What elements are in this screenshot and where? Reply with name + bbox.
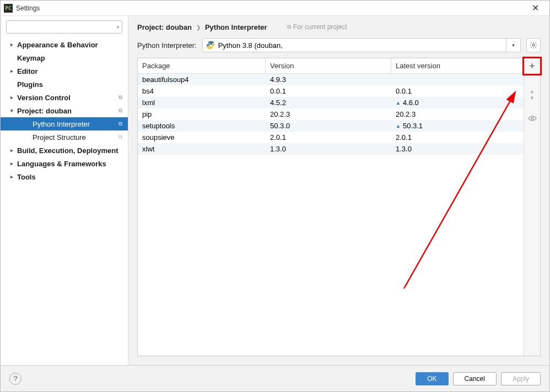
sidebar-item-label: Keymap (17, 54, 45, 62)
pkg-version: 4.9.3 (266, 75, 391, 84)
pkg-latest-value: 20.2.3 (396, 110, 416, 118)
sidebar-item-keymap[interactable]: Keymap (1, 51, 128, 64)
sidebar-item-label: Python Interpreter (33, 120, 90, 128)
package-row[interactable]: bs40.0.10.0.1 (138, 85, 524, 97)
sort-up-icon[interactable]: ▲ (530, 89, 535, 94)
pkg-version: 20.2.3 (266, 110, 391, 118)
package-row[interactable]: setuptools50.3.0▲50.3.1 (138, 120, 524, 132)
sidebar-item-plugins[interactable]: Plugins (1, 78, 128, 91)
cancel-button[interactable]: Cancel (453, 372, 497, 385)
pkg-latest-value: 4.6.0 (403, 99, 419, 107)
for-current-project-hint: ⧉ For current project (287, 23, 347, 31)
sidebar-item-languages-frameworks[interactable]: ▸Languages & Frameworks (1, 157, 128, 170)
sidebar-item-label: Plugins (17, 80, 43, 89)
titlebar: PC Settings ✕ (1, 1, 549, 16)
sidebar-item-version-control[interactable]: ▸Version Control⧉ (1, 91, 128, 104)
sidebar-item-label: Project: douban (17, 107, 72, 115)
pkg-name: soupsieve (138, 133, 266, 141)
pkg-latest-value: 0.0.1 (396, 87, 412, 95)
sidebar-item-build-execution-deployment[interactable]: ▸Build, Execution, Deployment (1, 144, 128, 157)
pkg-latest-value: 50.3.1 (403, 122, 423, 130)
interpreter-settings-button[interactable] (526, 38, 541, 52)
pkg-latest-value: 2.0.1 (396, 133, 412, 141)
sidebar-item-label: Tools (17, 173, 36, 181)
interpreter-label: Python Interpreter: (137, 41, 197, 50)
col-latest[interactable]: Latest version (391, 58, 524, 73)
project-settings-icon: ⧉ (118, 121, 122, 127)
packages-rows: beautifulsoup44.9.3bs40.0.10.0.1lxml4.5.… (138, 74, 524, 356)
package-row[interactable]: soupsieve2.0.12.0.1 (138, 132, 524, 143)
eye-icon (528, 114, 537, 123)
packages-table: Package Version Latest version beautiful… (138, 58, 524, 356)
sidebar-item-python-interpreter[interactable]: Python Interpreter⧉ (1, 117, 128, 130)
sidebar-item-label: Version Control (17, 94, 71, 102)
apply-button[interactable]: Apply (501, 372, 541, 385)
sidebar-item-project-structure[interactable]: Project Structure⧉ (1, 130, 128, 144)
package-row[interactable]: pip20.2.320.2.3 (138, 108, 524, 120)
show-early-releases-button[interactable] (528, 114, 537, 125)
interpreter-row: Python Interpreter: Python 3.8 (douban, … (128, 38, 549, 58)
pkg-name: setuptools (138, 122, 266, 130)
pkg-latest: ▲50.3.1 (391, 122, 524, 130)
sidebar-item-label: Languages & Frameworks (17, 160, 106, 168)
pkg-latest-value: 1.3.0 (396, 145, 412, 153)
pkg-name: xlwt (138, 145, 266, 153)
python-icon (206, 41, 215, 50)
hint-text: For current project (293, 23, 347, 31)
pkg-version: 50.3.0 (266, 122, 391, 130)
svg-point-3 (531, 117, 533, 119)
add-package-highlight: + (522, 57, 542, 75)
tree-arrow-icon: ▾ (10, 108, 17, 113)
pkg-version: 4.5.2 (266, 99, 391, 107)
sidebar-item-project-douban[interactable]: ▾Project: douban⧉ (1, 104, 128, 117)
project-settings-icon: ⧉ (118, 107, 122, 114)
window-title: Settings (16, 4, 40, 12)
pycharm-app-icon: PC (4, 4, 13, 13)
package-row[interactable]: beautifulsoup44.9.3 (138, 74, 524, 85)
pkg-latest: 1.3.0 (391, 145, 524, 153)
sidebar-item-editor[interactable]: ▸Editor (1, 64, 128, 78)
main-panel: Project: douban ❯ Python Interpreter ⧉ F… (128, 16, 549, 365)
tree-arrow-icon: ▸ (10, 174, 17, 179)
search-history-chevron-icon[interactable]: ▾ (117, 25, 119, 30)
pkg-version: 2.0.1 (266, 133, 391, 141)
sidebar-item-appearance-behavior[interactable]: ▸Appearance & Behavior (1, 38, 128, 51)
pkg-version: 0.0.1 (266, 87, 391, 95)
sort-down-icon[interactable]: ▼ (530, 95, 535, 101)
dialog-footer: ? OK Cancel Apply (1, 365, 549, 391)
svg-point-2 (532, 44, 535, 46)
ok-button[interactable]: OK (416, 372, 448, 385)
copy-icon: ⧉ (287, 24, 291, 30)
upgrade-available-icon: ▲ (396, 123, 401, 129)
window-close-button[interactable]: ✕ (524, 1, 546, 16)
package-row[interactable]: xlwt1.3.01.3.0 (138, 143, 524, 155)
pkg-version: 1.3.0 (266, 145, 391, 153)
col-package[interactable]: Package (138, 58, 266, 73)
breadcrumb-project: Project: douban (137, 23, 192, 31)
sidebar-item-tools[interactable]: ▸Tools (1, 170, 128, 183)
packages-header: Package Version Latest version (138, 58, 524, 74)
interpreter-dropdown[interactable]: Python 3.8 (douban, ▼ (202, 38, 521, 52)
tree-arrow-icon: ▸ (10, 148, 17, 153)
project-settings-icon: ⧉ (118, 94, 122, 101)
col-version[interactable]: Version (266, 58, 391, 73)
sidebar-item-label: Appearance & Behavior (17, 41, 98, 49)
pkg-name: pip (138, 110, 266, 118)
tree-arrow-icon: ▸ (10, 95, 17, 100)
interpreter-value: Python 3.8 (douban, (218, 41, 283, 50)
settings-window: PC Settings ✕ ▾ ▸Appearance & BehaviorKe… (0, 0, 550, 392)
tree-arrow-icon: ▸ (10, 161, 17, 166)
sidebar-item-label: Project Structure (33, 133, 86, 141)
pkg-latest: 20.2.3 (391, 110, 524, 118)
pkg-name: bs4 (138, 87, 266, 95)
pkg-latest: 0.0.1 (391, 87, 524, 95)
breadcrumb-separator-icon: ❯ (196, 24, 201, 30)
add-package-button[interactable]: + (524, 58, 540, 74)
sidebar-item-label: Build, Execution, Deployment (17, 146, 118, 155)
dropdown-arrow-icon[interactable]: ▼ (506, 39, 520, 52)
help-button[interactable]: ? (9, 373, 21, 385)
project-settings-icon: ⧉ (118, 134, 122, 140)
package-row[interactable]: lxml4.5.2▲4.6.0 (138, 97, 524, 108)
tree-arrow-icon: ▸ (10, 68, 17, 74)
search-input[interactable] (6, 20, 122, 34)
